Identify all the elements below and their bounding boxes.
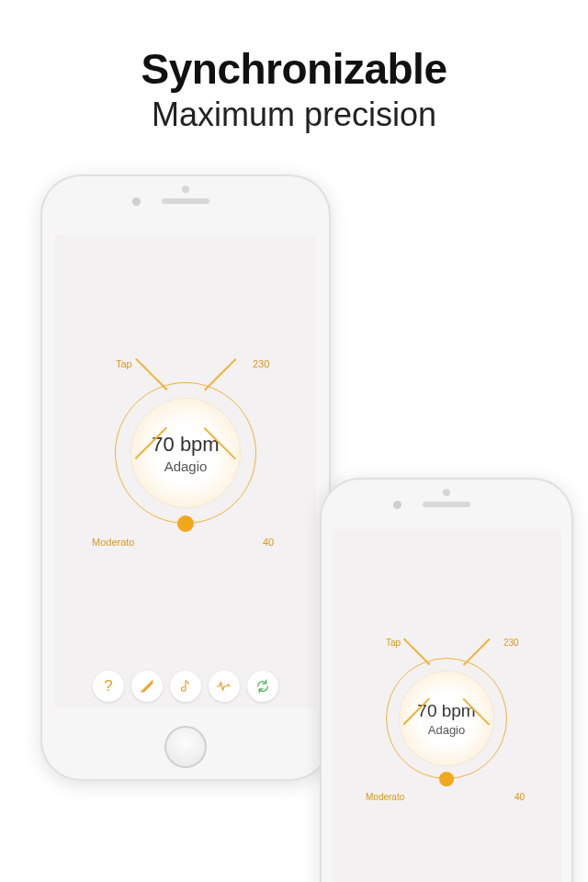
phone-mockup-large: 70 bpm Adagio Tap 230 Moderato 40 ? [40, 175, 331, 781]
sync-button[interactable] [247, 671, 278, 702]
dial-handle[interactable] [177, 515, 194, 532]
phone-sensor [182, 186, 189, 193]
phone-mockup-small: 70 bpm Adagio Tap 230 Moderato 40 [320, 478, 573, 882]
label-tap[interactable]: Tap [116, 358, 132, 369]
headline-subtitle: Maximum precision [0, 96, 588, 134]
toolbar: ? [55, 671, 316, 702]
help-icon: ? [104, 677, 112, 695]
phone-camera [393, 501, 401, 509]
phone-speaker [423, 502, 470, 507]
wave-icon [216, 678, 232, 695]
sticks-button[interactable] [131, 671, 163, 702]
note-button[interactable] [170, 671, 201, 702]
app-screen: 70 bpm Adagio Tap 230 Moderato 40 ? [55, 235, 316, 709]
phone-speaker [162, 198, 209, 204]
label-min: 40 [514, 792, 525, 802]
home-button[interactable] [164, 726, 207, 768]
sticks-icon [139, 678, 155, 695]
tempo-dial[interactable]: 70 bpm Adagio [386, 658, 507, 779]
label-max: 230 [253, 358, 269, 369]
tempo-name: Adagio [428, 723, 465, 737]
wave-button[interactable] [209, 671, 240, 702]
label-min: 40 [263, 537, 274, 548]
label-style: Moderato [92, 537, 134, 548]
label-style: Moderato [366, 792, 404, 802]
label-max: 230 [503, 638, 519, 648]
tempo-dial[interactable]: 70 bpm Adagio [115, 382, 256, 524]
note-icon [177, 678, 194, 695]
label-tap[interactable]: Tap [386, 638, 401, 648]
phone-camera [132, 198, 141, 206]
sync-icon [254, 678, 271, 695]
app-screen: 70 bpm Adagio Tap 230 Moderato 40 [333, 529, 560, 882]
phone-sensor [443, 489, 450, 496]
headline-title: Synchronizable [0, 44, 588, 94]
bpm-value: 70 bpm [152, 433, 219, 457]
help-button[interactable]: ? [93, 671, 124, 702]
tempo-name: Adagio [164, 458, 208, 474]
dial-handle[interactable] [439, 772, 454, 786]
